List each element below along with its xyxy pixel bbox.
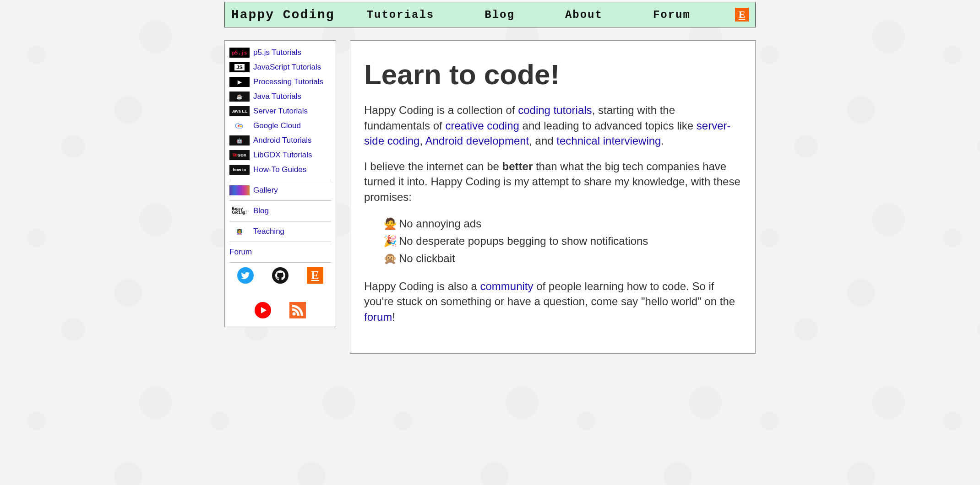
link-interviewing[interactable]: technical interviewing: [556, 135, 661, 147]
divider: [229, 242, 331, 242]
rss-icon[interactable]: [289, 302, 306, 318]
nav-forum[interactable]: Forum: [653, 9, 691, 21]
top-nav: Happy Coding Tutorials Blog About Forum …: [224, 2, 756, 27]
list-item: 🙊No clickbait: [383, 250, 741, 267]
link-android[interactable]: Android development: [425, 135, 529, 147]
emoji-icon: 🙅: [383, 215, 399, 232]
svg-point-3: [272, 267, 289, 284]
sidebar-item[interactable]: Google Cloud: [229, 119, 331, 133]
sidebar-link[interactable]: Blog: [253, 206, 269, 216]
sidebar-link[interactable]: How-To Guides: [253, 165, 306, 174]
etsy-small-icon[interactable]: E: [307, 267, 323, 284]
teaching-icon: 👩‍🏫: [229, 226, 250, 237]
sidebar-forum-link[interactable]: Forum: [229, 248, 252, 256]
sidebar-link[interactable]: Gallery: [253, 186, 278, 195]
list-item: 🎉No desperate popups begging to show not…: [383, 232, 741, 250]
sidebar-item[interactable]: Gallery: [229, 183, 331, 198]
sidebar-item[interactable]: JS JavaScript Tutorials: [229, 60, 331, 75]
javaee-icon: Java EE: [229, 106, 250, 116]
sidebar-item[interactable]: ☕ Java Tutorials: [229, 89, 331, 104]
sidebar-link[interactable]: Google Cloud: [253, 121, 301, 130]
howto-icon: how to: [229, 165, 250, 175]
sidebar-item[interactable]: HappyCoding! Blog: [229, 204, 331, 218]
divider: [229, 200, 331, 201]
sidebar-link[interactable]: Android Tutorials: [253, 136, 312, 145]
sidebar-link[interactable]: Teaching: [253, 227, 284, 236]
link-coding-tutorials[interactable]: coding tutorials: [518, 104, 592, 116]
promise-list: 🙅No annoying ads 🎉No desperate popups be…: [364, 215, 741, 268]
intro-paragraph-2: I believe the internet can be better tha…: [364, 159, 741, 205]
social-row: E: [229, 267, 331, 318]
sidebar-item[interactable]: 👩‍🏫 Teaching: [229, 224, 331, 239]
etsy-icon[interactable]: E: [735, 8, 749, 22]
sidebar-link[interactable]: Server Tutorials: [253, 107, 308, 116]
svg-point-1: [240, 125, 242, 127]
p5js-icon: p5.js: [229, 48, 250, 58]
nav-blog[interactable]: Blog: [485, 9, 515, 21]
youtube-icon[interactable]: [255, 302, 271, 318]
android-icon: 🤖: [229, 135, 250, 146]
twitter-icon[interactable]: [237, 267, 254, 284]
libgdx-icon: libGDX: [229, 150, 250, 160]
sidebar-link[interactable]: JavaScript Tutorials: [253, 63, 321, 72]
sidebar-item[interactable]: ▶ Processing Tutorials: [229, 75, 331, 89]
nav-about[interactable]: About: [565, 9, 603, 21]
link-creative-coding[interactable]: creative coding: [445, 119, 519, 132]
sidebar-link[interactable]: Processing Tutorials: [253, 77, 323, 86]
blog-icon: HappyCoding!: [229, 206, 250, 216]
sidebar-link[interactable]: p5.js Tutorials: [253, 48, 301, 57]
sidebar-item[interactable]: p5.js p5.js Tutorials: [229, 45, 331, 60]
gcloud-icon: [229, 121, 250, 131]
main-content: Learn to code! Happy Coding is a collect…: [350, 40, 756, 354]
page-title: Learn to code!: [364, 58, 741, 91]
sidebar: p5.js p5.js Tutorials JS JavaScript Tuto…: [224, 40, 336, 327]
emoji-icon: 🙊: [383, 250, 399, 267]
svg-point-7: [293, 313, 296, 316]
gallery-icon: [229, 185, 250, 195]
sidebar-forum[interactable]: Forum: [229, 245, 331, 259]
intro-paragraph-1: Happy Coding is a collection of coding t…: [364, 102, 741, 149]
divider: [229, 180, 331, 180]
divider: [229, 262, 331, 263]
sidebar-item[interactable]: 🤖 Android Tutorials: [229, 133, 331, 148]
github-icon[interactable]: [272, 267, 289, 284]
js-icon: JS: [229, 62, 250, 72]
nav-tutorials[interactable]: Tutorials: [367, 9, 435, 21]
svg-point-0: [238, 125, 240, 127]
intro-paragraph-3: Happy Coding is also a community of peop…: [364, 279, 741, 325]
link-forum[interactable]: forum: [364, 311, 392, 323]
link-community[interactable]: community: [480, 280, 533, 292]
sidebar-item[interactable]: how to How-To Guides: [229, 162, 331, 177]
processing-icon: ▶: [229, 77, 250, 87]
nav-links: Tutorials Blog About Forum: [367, 9, 735, 21]
sidebar-item[interactable]: libGDX LibGDX Tutorials: [229, 148, 331, 162]
list-item: 🙅No annoying ads: [383, 215, 741, 232]
divider: [229, 221, 331, 221]
svg-rect-6: [289, 302, 306, 318]
sidebar-item[interactable]: Java EE Server Tutorials: [229, 104, 331, 119]
sidebar-link[interactable]: Java Tutorials: [253, 92, 301, 101]
brand-link[interactable]: Happy Coding: [231, 8, 335, 22]
sidebar-link[interactable]: LibGDX Tutorials: [253, 151, 312, 160]
java-icon: ☕: [229, 92, 250, 102]
emoji-icon: 🎉: [383, 232, 399, 250]
